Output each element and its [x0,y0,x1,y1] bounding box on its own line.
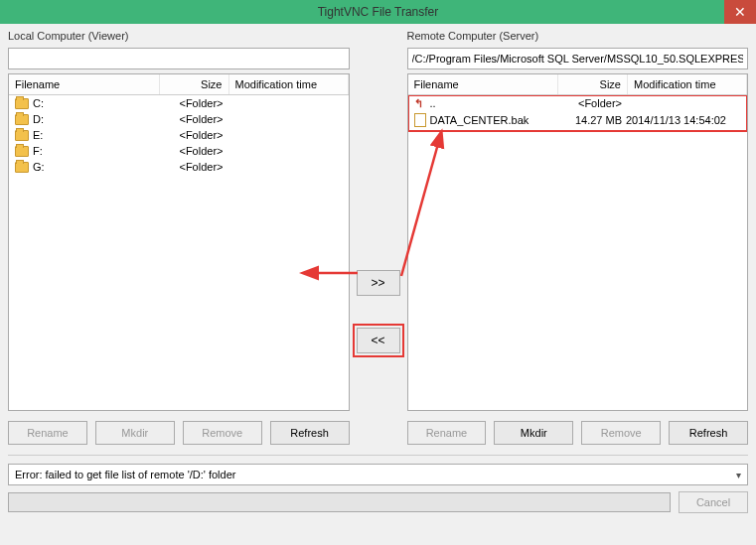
refresh-button[interactable]: Refresh [669,421,748,445]
list-item[interactable]: F: <Folder> [9,143,349,159]
list-item[interactable]: ↰.. <Folder> [408,95,748,111]
folder-icon [15,98,29,109]
folder-icon [15,162,29,173]
local-list-body[interactable]: C: <Folder> D: <Folder> E: <Folder> [9,95,349,410]
remote-file-list[interactable]: Filename Size Modification time ↰.. <Fol… [407,73,749,411]
receive-button[interactable]: << [357,328,400,353]
transfer-column: >> << [354,30,403,445]
progress-bar [8,492,671,512]
remove-button[interactable]: Remove [183,421,262,445]
up-icon: ↰ [414,97,426,109]
rename-button[interactable]: Rename [8,421,87,445]
file-icon [414,113,426,127]
col-size[interactable]: Size [160,74,229,94]
list-item[interactable]: E: <Folder> [9,127,349,143]
remist-body[interactable]: ↰.. <Folder> DATA_CENTER.bak 14.27 MB 20… [408,95,748,410]
folder-icon [15,130,29,141]
col-mtime[interactable]: Modification time [229,74,349,94]
rename-button[interactable]: Rename [407,421,487,445]
col-mtime[interactable]: Modification time [628,74,747,94]
local-path-input[interactable] [8,48,350,69]
remote-button-row: Rename Mkdir Remove Refresh [407,421,749,445]
titlebar: TightVNC File Transfer ✕ [0,0,756,24]
local-label: Local Computer (Viewer) [8,30,350,42]
remote-label: Remote Computer (Server) [407,30,749,42]
bottom-area: Error: failed to get file list of remote… [8,455,748,513]
remote-list-header: Filename Size Modification time [408,74,748,95]
send-button[interactable]: >> [357,270,400,296]
list-item[interactable]: C: <Folder> [9,95,349,111]
cancel-button[interactable]: Cancel [679,491,748,513]
local-list-header: Filename Size Modification time [9,74,349,95]
list-item[interactable]: DATA_CENTER.bak 14.27 MB 2014/11/13 14:5… [408,111,748,129]
refresh-button[interactable]: Refresh [270,421,350,445]
folder-icon [15,146,29,157]
status-text: Error: failed to get file list of remote… [15,469,235,480]
col-filename[interactable]: Filename [9,74,160,94]
status-dropdown[interactable]: Error: failed to get file list of remote… [8,464,748,485]
local-button-row: Rename Mkdir Remove Refresh [8,421,350,445]
remove-button[interactable]: Remove [581,421,661,445]
remote-path-input[interactable] [407,48,749,69]
local-file-list[interactable]: Filename Size Modification time C: <Fold… [8,73,350,411]
col-size[interactable]: Size [558,74,628,94]
close-icon: ✕ [734,4,746,20]
list-item[interactable]: G: <Folder> [9,159,349,175]
local-panel: Local Computer (Viewer) Filename Size Mo… [8,30,350,445]
window-title: TightVNC File Transfer [318,5,439,19]
list-item[interactable]: D: <Folder> [9,111,349,127]
col-filename[interactable]: Filename [408,74,559,94]
chevron-down-icon: ▾ [736,470,741,480]
remote-panel: Remote Computer (Server) Filename Size M… [407,30,749,445]
folder-icon [15,114,29,125]
close-button[interactable]: ✕ [724,0,756,24]
mkdir-button[interactable]: Mkdir [494,421,573,445]
mkdir-button[interactable]: Mkdir [95,421,175,445]
